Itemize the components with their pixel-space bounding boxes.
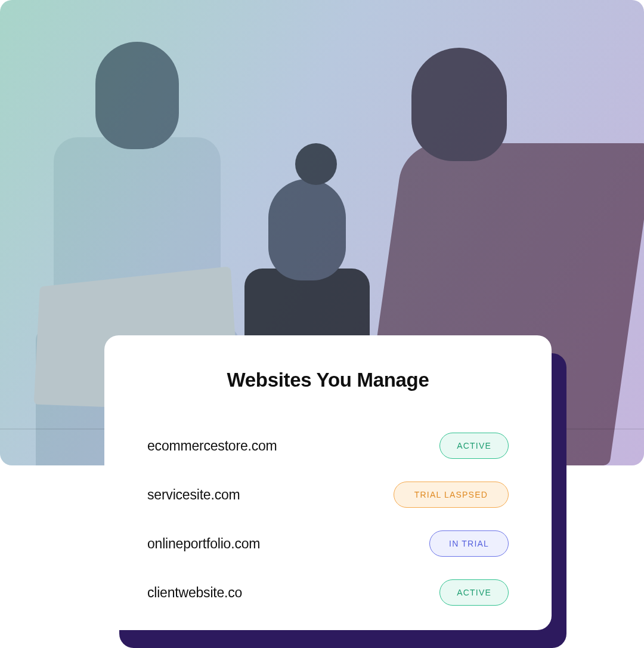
status-badge-in-trial: IN TRIAL — [429, 530, 509, 557]
websites-card: Websites You Manage ecommercestore.com A… — [104, 335, 552, 630]
site-name: clientwebsite.co — [147, 585, 242, 601]
status-badge-trial-lapsed: TRIAL LASPSED — [394, 482, 509, 508]
site-name: onlineportfolio.com — [147, 536, 260, 552]
site-row[interactable]: clientwebsite.co ACTIVE — [147, 568, 509, 617]
card-title: Websites You Manage — [147, 369, 509, 391]
status-badge-active: ACTIVE — [439, 433, 509, 459]
site-row[interactable]: servicesite.com TRIAL LASPSED — [147, 470, 509, 519]
site-row[interactable]: ecommercestore.com ACTIVE — [147, 421, 509, 470]
site-name: servicesite.com — [147, 487, 240, 503]
site-row[interactable]: onlineportfolio.com IN TRIAL — [147, 519, 509, 568]
site-name: ecommercestore.com — [147, 438, 277, 454]
status-badge-active: ACTIVE — [439, 579, 509, 606]
